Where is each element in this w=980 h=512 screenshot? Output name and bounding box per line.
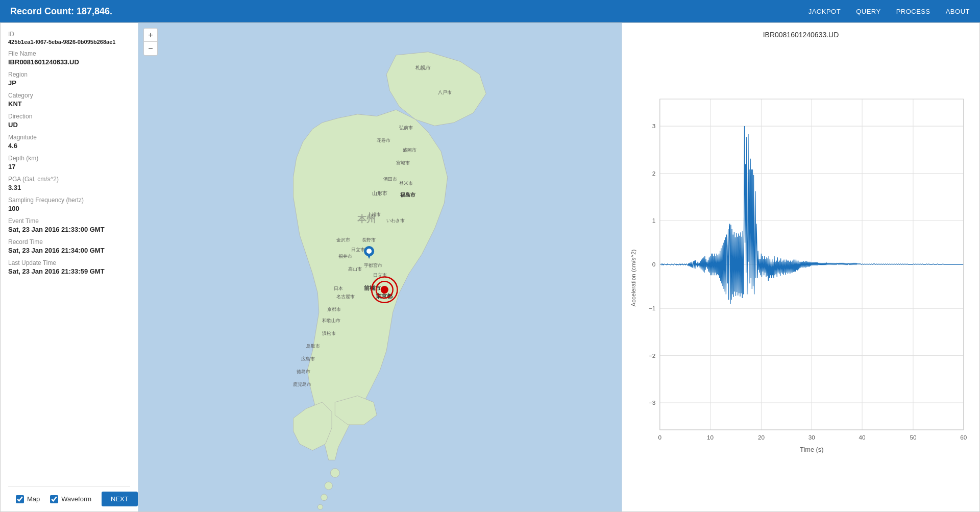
id-label: ID	[8, 31, 130, 38]
svg-text:いわき市: いわき市	[386, 218, 405, 223]
sampling-group: Sampling Frequency (hertz) 100	[8, 197, 130, 212]
svg-point-2	[325, 482, 332, 490]
nav-jackpot[interactable]: JACKPOT	[808, 8, 841, 15]
depth-label: Depth (km)	[8, 155, 130, 162]
svg-point-1	[331, 469, 340, 478]
pga-label: PGA (Gal, cm/s^2)	[8, 176, 130, 183]
last-update-value: Sat, 23 Jan 2016 21:33:59 GMT	[8, 267, 130, 275]
direction-group: Direction UD	[8, 113, 130, 129]
svg-text:宮城市: 宮城市	[396, 160, 410, 165]
y-axis-label: Acceleration (cm/s^2)	[630, 250, 636, 307]
svg-text:徳島市: 徳島市	[297, 369, 310, 374]
left-panel: ID 425b1ea1-f067-5eba-9826-0b095b268ae1 …	[1, 23, 138, 511]
record-time-label: Record Time	[8, 238, 130, 246]
map-checkbox-label[interactable]: Map	[16, 495, 40, 503]
svg-text:3: 3	[652, 123, 656, 129]
svg-point-3	[321, 494, 328, 501]
zoom-in-button[interactable]: +	[144, 29, 157, 42]
category-value: KNT	[8, 100, 130, 108]
chart-container: Acceleration (cm/s^2)	[627, 41, 974, 504]
svg-text:山形市: 山形市	[372, 190, 387, 196]
record-time-group: Record Time Sat, 23 Jan 2016 21:34:00 GM…	[8, 238, 130, 254]
svg-text:鳥取市: 鳥取市	[306, 344, 320, 349]
sampling-label: Sampling Frequency (hertz)	[8, 197, 130, 204]
svg-text:酒田市: 酒田市	[383, 177, 397, 182]
sampling-value: 100	[8, 205, 130, 212]
region-value: JP	[8, 79, 130, 87]
region-group: Region JP	[8, 71, 130, 87]
svg-text:−3: −3	[649, 399, 655, 406]
file-name-value: IBR0081601240633.UD	[8, 58, 130, 66]
svg-text:−1: −1	[649, 305, 655, 311]
svg-text:50: 50	[910, 434, 916, 441]
event-time-group: Event Time Sat, 23 Jan 2016 21:33:00 GMT	[8, 217, 130, 233]
x-axis-label: Time (s)	[800, 446, 823, 453]
svg-text:2: 2	[652, 170, 656, 177]
svg-text:0: 0	[658, 434, 662, 441]
svg-text:鹿児島市: 鹿児島市	[293, 382, 312, 387]
svg-text:浜松市: 浜松市	[322, 331, 336, 336]
waveform-chart: Acceleration (cm/s^2)	[627, 41, 974, 504]
id-value: 425b1ea1-f067-5eba-9826-0b095b268ae1	[8, 39, 130, 45]
header: Record Count: 187,846. JACKPOT QUERY PRO…	[0, 0, 980, 22]
svg-text:名古屋市: 名古屋市	[336, 294, 355, 299]
svg-text:40: 40	[859, 434, 866, 441]
record-time-value: Sat, 23 Jan 2016 21:34:00 GMT	[8, 247, 130, 254]
svg-text:宇都宮市: 宇都宮市	[364, 263, 382, 269]
svg-text:弘前市: 弘前市	[399, 125, 413, 130]
svg-text:金沢市: 金沢市	[336, 237, 350, 242]
zoom-out-button[interactable]: −	[144, 42, 157, 55]
pga-group: PGA (Gal, cm/s^2) 3.31	[8, 176, 130, 191]
file-name-group: File Name IBR0081601240633.UD	[8, 50, 130, 66]
waveform-label: Waveform	[61, 495, 91, 503]
bottom-controls: Map Waveform NEXT	[8, 486, 130, 511]
depth-value: 17	[8, 163, 130, 170]
chart-panel: IBR0081601240633.UD Acceleration (cm/s^2…	[622, 23, 979, 511]
direction-value: UD	[8, 121, 130, 129]
svg-text:60: 60	[960, 434, 967, 441]
id-group: ID 425b1ea1-f067-5eba-9826-0b095b268ae1	[8, 31, 130, 45]
svg-point-41	[366, 249, 372, 254]
svg-text:−2: −2	[649, 352, 655, 359]
magnitude-value: 4.6	[8, 142, 130, 150]
svg-text:30: 30	[808, 434, 815, 441]
svg-text:長野市: 長野市	[362, 237, 376, 242]
event-time-label: Event Time	[8, 217, 130, 225]
nav-query[interactable]: QUERY	[856, 8, 881, 15]
region-label: Region	[8, 71, 130, 78]
last-update-label: Last Update Time	[8, 259, 130, 266]
magnitude-group: Magnitude 4.6	[8, 134, 130, 150]
depth-group: Depth (km) 17	[8, 155, 130, 170]
svg-text:1: 1	[652, 217, 656, 224]
svg-text:花巻市: 花巻市	[377, 138, 390, 143]
next-button[interactable]: NEXT	[102, 492, 138, 506]
svg-text:福島市: 福島市	[400, 192, 416, 198]
last-update-group: Last Update Time Sat, 23 Jan 2016 21:33:…	[8, 259, 130, 275]
svg-text:日本: 日本	[334, 286, 343, 291]
svg-text:和歌山市: 和歌山市	[322, 318, 340, 323]
file-name-label: File Name	[8, 50, 130, 57]
map-label: Map	[27, 495, 40, 503]
svg-text:福井市: 福井市	[338, 254, 352, 259]
pga-value: 3.31	[8, 184, 130, 191]
svg-text:広島市: 広島市	[301, 356, 315, 361]
event-time-value: Sat, 23 Jan 2016 21:33:00 GMT	[8, 226, 130, 233]
svg-text:0: 0	[652, 261, 656, 267]
waveform-checkbox-label[interactable]: Waveform	[50, 495, 91, 503]
nav-process[interactable]: PROCESS	[896, 8, 930, 15]
magnitude-label: Magnitude	[8, 134, 130, 141]
svg-text:京都市: 京都市	[327, 307, 341, 312]
svg-text:八戸市: 八戸市	[438, 90, 452, 95]
svg-text:高山市: 高山市	[348, 266, 362, 272]
direction-label: Direction	[8, 113, 130, 120]
main-layout: ID 425b1ea1-f067-5eba-9826-0b095b268ae1 …	[0, 22, 980, 512]
map-checkbox[interactable]	[16, 495, 24, 503]
waveform-checkbox[interactable]	[50, 495, 58, 503]
svg-text:登米市: 登米市	[399, 181, 413, 186]
svg-text:20: 20	[758, 434, 765, 441]
svg-point-38	[381, 286, 388, 294]
nav-about[interactable]: ABOUT	[946, 8, 970, 15]
app-title: Record Count: 187,846.	[10, 6, 112, 17]
category-label: Category	[8, 92, 130, 99]
chart-title: IBR0081601240633.UD	[763, 31, 839, 39]
